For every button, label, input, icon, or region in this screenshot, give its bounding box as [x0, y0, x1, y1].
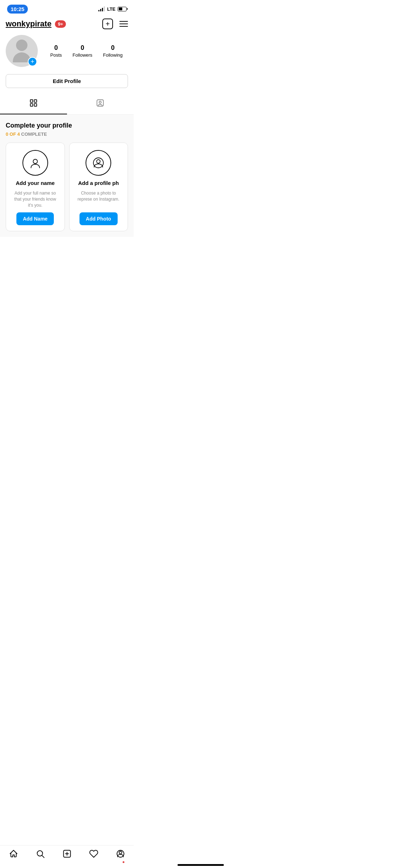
menu-line-3: [119, 26, 128, 27]
followers-count: 0: [81, 44, 84, 52]
add-photo-title: Add a profile ph: [78, 180, 119, 186]
following-count: 0: [111, 44, 115, 52]
posts-count: 0: [54, 44, 58, 52]
add-name-title: Add your name: [16, 180, 55, 186]
svg-rect-0: [30, 100, 33, 102]
tagged-icon: [96, 99, 104, 109]
add-avatar-icon: +: [31, 58, 35, 66]
avatar-head: [16, 40, 27, 51]
add-name-desc: Add your full name so that your friends …: [12, 190, 59, 208]
complete-profile-section: Complete your profile 0 OF 4 COMPLETE Ad…: [0, 115, 134, 237]
add-photo-desc: Choose a photo to represe on Instagram.: [75, 190, 122, 202]
signal-bars-icon: [98, 6, 105, 11]
add-photo-card: Add a profile ph Choose a photo to repre…: [69, 143, 128, 231]
following-label: Following: [103, 52, 123, 58]
username[interactable]: wonkypirate: [6, 19, 51, 29]
status-time: 10:25: [7, 5, 28, 14]
complete-profile-title: Complete your profile: [6, 122, 128, 129]
tab-grid[interactable]: [0, 94, 67, 114]
menu-line-1: [119, 21, 128, 22]
add-photo-button[interactable]: Add Photo: [79, 212, 118, 225]
header: wonkypirate 9+ +: [0, 16, 134, 32]
svg-rect-1: [34, 100, 37, 102]
svg-rect-2: [30, 104, 33, 106]
posts-stat[interactable]: 0 Posts: [50, 44, 62, 58]
svg-point-5: [99, 101, 101, 103]
plus-icon: +: [106, 20, 110, 28]
header-left: wonkypirate 9+: [6, 19, 66, 29]
profile-section: + 0 Posts 0 Followers 0 Following: [0, 32, 134, 73]
stats-container: 0 Posts 0 Followers 0 Following: [45, 44, 128, 58]
followers-stat[interactable]: 0 Followers: [72, 44, 92, 58]
tab-tagged[interactable]: [67, 94, 134, 114]
status-bar: 10:25 LTE: [0, 0, 134, 16]
add-name-card: Add your name Add your full name so that…: [6, 143, 65, 231]
lte-label: LTE: [107, 6, 115, 12]
avatar-placeholder: [13, 40, 31, 62]
complete-profile-progress: 0 OF 4 COMPLETE: [6, 131, 128, 137]
progress-label: COMPLETE: [20, 131, 47, 137]
cards-container: Add your name Add your full name so that…: [6, 143, 128, 231]
add-avatar-button[interactable]: +: [28, 57, 37, 66]
battery-icon: [118, 7, 127, 11]
tabs-container: [0, 94, 134, 115]
grid-icon: [29, 99, 38, 109]
menu-button[interactable]: [119, 21, 128, 27]
posts-label: Posts: [50, 52, 62, 58]
add-name-button[interactable]: Add Name: [16, 212, 54, 225]
svg-rect-4: [97, 100, 103, 106]
status-right: LTE: [98, 6, 127, 12]
progress-count: 0 OF 4: [6, 131, 20, 137]
followers-label: Followers: [72, 52, 92, 58]
avatar-container[interactable]: +: [6, 35, 38, 67]
add-name-icon: [22, 150, 48, 176]
menu-line-2: [119, 24, 128, 24]
svg-rect-3: [34, 104, 37, 106]
header-right: +: [102, 19, 128, 29]
add-photo-icon: [86, 150, 111, 176]
notification-badge[interactable]: 9+: [55, 20, 66, 28]
edit-profile-button[interactable]: Edit Profile: [6, 74, 128, 88]
add-content-button[interactable]: +: [102, 19, 113, 29]
svg-point-8: [97, 160, 100, 163]
following-stat[interactable]: 0 Following: [103, 44, 123, 58]
svg-point-6: [33, 159, 37, 164]
